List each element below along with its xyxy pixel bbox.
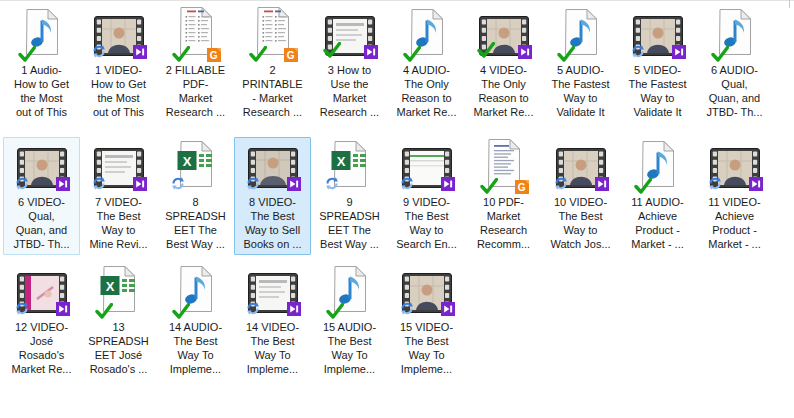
check-icon xyxy=(634,178,652,194)
file-label: 9 VIDEO- The Best Way to Search En... xyxy=(396,195,457,251)
file-label: 9 SPREADSH EET The Best Way ... xyxy=(319,195,380,251)
file-label: 15 VIDEO- The Best Way To Impleme... xyxy=(400,320,453,376)
file-item[interactable]: 12 VIDEO- José Rosado's Market Re... xyxy=(3,262,80,380)
file-item[interactable]: 11 VIDEO- Achieve Product - Market - ... xyxy=(696,137,773,255)
sync-icon xyxy=(554,177,568,190)
file-item[interactable]: 1 Audio- How to Get the Most out of This xyxy=(3,5,80,123)
sync-icon xyxy=(246,302,260,315)
file-row: 6 VIDEO- Qual, Quan, and JTBD- Th... 7 V… xyxy=(3,137,773,255)
sync-icon xyxy=(246,177,260,190)
play-badge-icon xyxy=(287,302,301,316)
svg-text:G: G xyxy=(517,182,525,193)
check-icon xyxy=(95,303,113,319)
sync-icon xyxy=(400,177,414,190)
file-item[interactable]: 15 AUDIO- The Best Way To Impleme... xyxy=(311,262,388,380)
file-label: 1 VIDEO- How to Get the Most out of This xyxy=(91,63,146,119)
sync-icon xyxy=(15,177,29,190)
file-label: 4 VIDEO- The Only Reason to Market Re... xyxy=(474,63,534,119)
check-icon xyxy=(480,178,498,194)
file-item[interactable]: 4 VIDEO- The Only Reason to Market Re... xyxy=(465,5,542,123)
play-badge-icon xyxy=(364,45,378,59)
svg-text:X: X xyxy=(336,154,345,169)
g-badge-icon: G xyxy=(515,180,529,194)
file-label: 4 AUDIO- The Only Reason to Market Re... xyxy=(397,63,457,119)
file-row: 1 Audio- How to Get the Most out of This… xyxy=(3,5,773,123)
sync-icon xyxy=(15,302,29,315)
svg-text:X: X xyxy=(105,279,114,294)
play-badge-icon xyxy=(441,177,455,191)
play-badge-icon xyxy=(133,45,147,59)
sync-icon xyxy=(171,177,185,190)
check-icon xyxy=(403,46,421,62)
check-icon xyxy=(172,303,190,319)
file-item[interactable]: 6 VIDEO- Qual, Quan, and JTBD- Th... xyxy=(3,137,80,255)
play-badge-icon xyxy=(56,177,70,191)
play-badge-icon xyxy=(749,177,763,191)
check-icon xyxy=(711,46,729,62)
play-badge-icon xyxy=(56,302,70,316)
check-icon xyxy=(557,46,575,62)
file-label: 5 VIDEO- The Fastest Way to Validate It xyxy=(628,63,686,119)
file-item[interactable]: X 9 SPREADSH EET The Best Way ... xyxy=(311,137,388,255)
file-item[interactable]: 6 AUDIO- Qual, Quan, and JTBD- Th... xyxy=(696,5,773,123)
file-item[interactable]: G 10 PDF- Market Research Recomm... xyxy=(465,137,542,255)
g-badge-icon: G xyxy=(207,48,221,62)
file-item[interactable]: 10 VIDEO- The Best Way to Watch Jos... xyxy=(542,137,619,255)
file-label: 1 Audio- How to Get the Most out of This xyxy=(14,63,69,119)
check-icon xyxy=(323,42,341,58)
sync-icon xyxy=(631,45,645,58)
file-label: 15 AUDIO- The Best Way To Impleme... xyxy=(323,320,376,376)
file-item[interactable]: 5 AUDIO- The Fastest Way to Validate It xyxy=(542,5,619,123)
svg-text:X: X xyxy=(182,154,191,169)
file-item[interactable]: 3 How to Use the Market Research ... xyxy=(311,5,388,123)
check-icon xyxy=(172,46,190,62)
file-item[interactable]: 7 VIDEO- The Best Way to Mine Revi... xyxy=(80,137,157,255)
file-item[interactable]: 1 VIDEO- How to Get the Most out of This xyxy=(80,5,157,123)
file-label: 8 VIDEO- The Best Way to Sell Books on .… xyxy=(243,195,301,251)
file-label: 10 PDF- Market Research Recomm... xyxy=(477,195,530,251)
sync-icon xyxy=(92,45,106,58)
scrollbar-tick xyxy=(789,0,790,8)
file-label: 13 SPREADSH EET José Rosado's ... xyxy=(88,320,149,376)
g-badge-icon: G xyxy=(284,48,298,62)
file-label: 2 FILLABLE PDF- Market Research ... xyxy=(166,63,225,119)
file-item[interactable]: 14 VIDEO- The Best Way To Impleme... xyxy=(234,262,311,380)
file-row: 12 VIDEO- José Rosado's Market Re... X 1… xyxy=(3,262,465,380)
file-item[interactable]: X 8 SPREADSH EET The Best Way ... xyxy=(157,137,234,255)
play-badge-icon xyxy=(441,302,455,316)
file-label: 6 VIDEO- Qual, Quan, and JTBD- Th... xyxy=(13,195,69,251)
check-icon xyxy=(326,303,344,319)
file-item[interactable]: 9 VIDEO- The Best Way to Search En... xyxy=(388,137,465,255)
file-label: 2 PRINTABLE - Market Research ... xyxy=(242,63,302,119)
file-item[interactable]: G 2 PRINTABLE - Market Research ... xyxy=(234,5,311,123)
file-label: 14 VIDEO- The Best Way To Impleme... xyxy=(246,320,299,376)
file-item[interactable]: 4 AUDIO- The Only Reason to Market Re... xyxy=(388,5,465,123)
play-badge-icon xyxy=(287,177,301,191)
file-label: 6 AUDIO- Qual, Quan, and JTBD- Th... xyxy=(706,63,762,119)
file-label: 12 VIDEO- José Rosado's Market Re... xyxy=(12,320,72,376)
play-badge-icon xyxy=(518,45,532,59)
file-item[interactable]: 11 AUDIO- Achieve Product - Market - ... xyxy=(619,137,696,255)
check-icon xyxy=(18,46,36,62)
sync-icon xyxy=(325,177,339,190)
play-badge-icon xyxy=(672,45,686,59)
file-label: 3 How to Use the Market Research ... xyxy=(320,63,379,119)
file-item[interactable]: G 2 FILLABLE PDF- Market Research ... xyxy=(157,5,234,123)
sync-icon xyxy=(708,177,722,190)
file-label: 8 SPREADSH EET The Best Way ... xyxy=(165,195,226,251)
file-item[interactable]: 15 VIDEO- The Best Way To Impleme... xyxy=(388,262,465,380)
sync-icon xyxy=(400,302,414,315)
file-item[interactable]: 8 VIDEO- The Best Way to Sell Books on .… xyxy=(234,137,311,255)
file-label: 11 VIDEO- Achieve Product - Market - ... xyxy=(708,195,761,251)
file-item[interactable]: 5 VIDEO- The Fastest Way to Validate It xyxy=(619,5,696,123)
file-item[interactable]: 14 AUDIO- The Best Way To Impleme... xyxy=(157,262,234,380)
file-item[interactable]: X 13 SPREADSH EET José Rosado's ... xyxy=(80,262,157,380)
window-top-border xyxy=(0,0,794,1)
play-badge-icon xyxy=(133,177,147,191)
file-label: 7 VIDEO- The Best Way to Mine Revi... xyxy=(89,195,147,251)
file-label: 14 AUDIO- The Best Way To Impleme... xyxy=(169,320,222,376)
sync-icon xyxy=(92,177,106,190)
svg-text:G: G xyxy=(209,50,217,61)
file-label: 11 AUDIO- Achieve Product - Market - ... xyxy=(631,195,684,251)
file-label: 5 AUDIO- The Fastest Way to Validate It xyxy=(551,63,609,119)
